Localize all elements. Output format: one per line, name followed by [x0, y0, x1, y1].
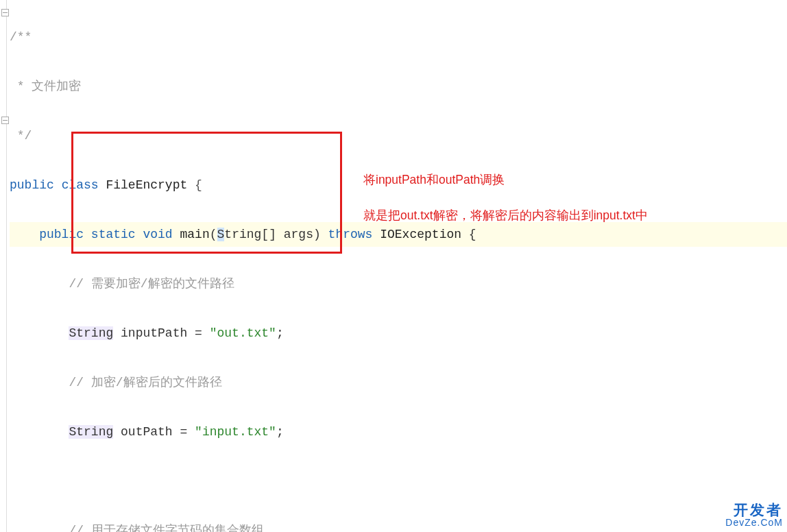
keyword: public: [10, 178, 54, 192]
var-name: inputPath: [121, 326, 187, 340]
fold-handle[interactable]: [1, 9, 9, 16]
comment: /**: [10, 30, 32, 44]
type: String: [69, 326, 113, 340]
code-block: /** * 文件加密 */ public class FileEncrypt {…: [0, 0, 787, 532]
annotation-area: 将inputPath和outPath调换 就是把out.txt解密，将解密后的内…: [363, 170, 648, 241]
annotation-line-1: 将inputPath和outPath调换: [363, 170, 648, 189]
comment: // 需要加密/解密的文件路径: [69, 277, 234, 291]
var-name: outPath: [121, 425, 173, 439]
gutter: [0, 0, 7, 532]
watermark-cn: 开发者: [725, 504, 783, 516]
comment: // 用于存储文件字节码的集合数组: [69, 524, 263, 532]
highlight-box: [71, 132, 342, 254]
type: String: [69, 425, 113, 439]
watermark: 开发者 DevZe.CoM: [725, 504, 783, 529]
fold-handle[interactable]: [1, 117, 9, 124]
comment: // 加密/解密后的文件路径: [69, 376, 221, 389]
comment-prefix: *: [10, 80, 32, 93]
comment: */: [10, 129, 32, 143]
annotation-line-2: 就是把out.txt解密，将解密后的内容输出到input.txt中: [363, 206, 648, 225]
string-literal: "input.txt": [195, 425, 276, 439]
comment-text: 文件加密: [32, 80, 81, 93]
string-literal: "out.txt": [210, 326, 276, 340]
watermark-url: DevZe.CoM: [725, 516, 783, 529]
